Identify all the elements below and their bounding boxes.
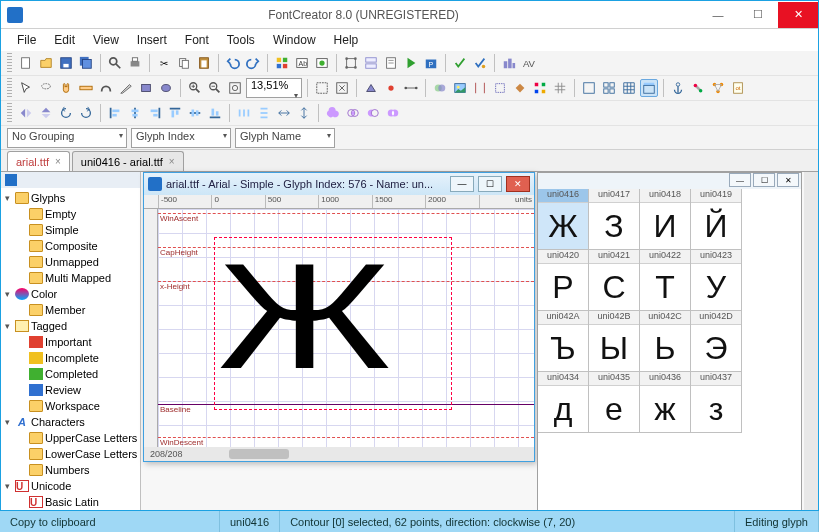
zoom-in-icon[interactable] <box>186 79 204 97</box>
metrics-icon[interactable] <box>471 79 489 97</box>
tab-close-icon[interactable]: × <box>55 156 61 167</box>
play-icon[interactable] <box>402 54 420 72</box>
bearings-icon[interactable] <box>491 79 509 97</box>
save-all-icon[interactable] <box>77 54 95 72</box>
tree-lower[interactable]: LowerCase Letters <box>1 446 140 462</box>
grid-close-icon[interactable]: ✕ <box>777 173 799 187</box>
menu-font[interactable]: Font <box>177 31 217 49</box>
autokern-icon[interactable]: AV <box>520 54 538 72</box>
maximize-button[interactable]: ☐ <box>738 2 778 28</box>
align-r-icon[interactable] <box>146 104 164 122</box>
cell-caption-icon[interactable] <box>640 79 658 97</box>
space-v-icon[interactable] <box>295 104 313 122</box>
zoom-fit-icon[interactable] <box>226 79 244 97</box>
flip-h-icon[interactable] <box>17 104 35 122</box>
tree-composite[interactable]: Composite <box>1 238 140 254</box>
glyph-cell[interactable]: uni0419Й <box>691 189 742 250</box>
glyph-cell[interactable]: uni0436ж <box>640 372 691 433</box>
open-icon[interactable] <box>37 54 55 72</box>
validate2-icon[interactable] <box>471 54 489 72</box>
menu-insert[interactable]: Insert <box>129 31 175 49</box>
filter-combo[interactable]: Glyph Name <box>235 128 335 148</box>
show-first-icon[interactable] <box>382 79 400 97</box>
sort-combo[interactable]: Glyph Index <box>131 128 231 148</box>
ruler-horizontal[interactable]: -500 0 500 1000 1500 2000 units <box>144 195 534 209</box>
show-handles-icon[interactable] <box>402 79 420 97</box>
editor-scrollbar-h[interactable]: 208/208 <box>144 447 534 461</box>
save-icon[interactable] <box>57 54 75 72</box>
glyph-cell[interactable]: uni0434д <box>538 372 589 433</box>
editor-max-icon[interactable]: ☐ <box>478 176 502 192</box>
align-b-icon[interactable] <box>206 104 224 122</box>
paste-icon[interactable] <box>195 54 213 72</box>
font-props-icon[interactable] <box>382 54 400 72</box>
close-button[interactable]: ✕ <box>778 2 818 28</box>
grid-icon[interactable] <box>551 79 569 97</box>
categories-icon[interactable] <box>273 54 291 72</box>
anchor-icon[interactable] <box>669 79 687 97</box>
link-icon[interactable] <box>689 79 707 97</box>
editor-close-icon[interactable]: ✕ <box>506 176 530 192</box>
tree-important[interactable]: Important <box>1 334 140 350</box>
align-l-icon[interactable] <box>106 104 124 122</box>
minimize-button[interactable]: — <box>698 2 738 28</box>
subtract-icon[interactable] <box>364 104 382 122</box>
print-icon[interactable] <box>126 54 144 72</box>
toolbar-grip[interactable] <box>7 103 12 123</box>
new-icon[interactable] <box>17 54 35 72</box>
contour-icon[interactable] <box>97 79 115 97</box>
menu-help[interactable]: Help <box>326 31 367 49</box>
fill-icon[interactable] <box>511 79 529 97</box>
undo-icon[interactable] <box>224 54 242 72</box>
align-m-icon[interactable] <box>186 104 204 122</box>
glyph-cell[interactable]: uni0416Ж <box>538 189 589 250</box>
colorize-icon[interactable] <box>531 79 549 97</box>
align-t-icon[interactable] <box>166 104 184 122</box>
measure-icon[interactable] <box>77 79 95 97</box>
ruler-vertical[interactable] <box>144 209 158 447</box>
exclude-icon[interactable] <box>384 104 402 122</box>
image-icon[interactable] <box>451 79 469 97</box>
pointer-icon[interactable] <box>17 79 35 97</box>
grid-min-icon[interactable]: — <box>729 173 751 187</box>
menu-window[interactable]: Window <box>265 31 324 49</box>
glyph-props-icon[interactable] <box>362 54 380 72</box>
tree-unicode[interactable]: ▾UUnicode <box>1 478 140 494</box>
flip-v-icon[interactable] <box>37 104 55 122</box>
cell-large-icon[interactable] <box>580 79 598 97</box>
lasso-icon[interactable] <box>37 79 55 97</box>
tree-workspace[interactable]: Workspace <box>1 398 140 414</box>
tree-multimapped[interactable]: Multi Mapped <box>1 270 140 286</box>
check-icon[interactable] <box>451 54 469 72</box>
tree-unmapped[interactable]: Unmapped <box>1 254 140 270</box>
tree-empty[interactable]: Empty <box>1 206 140 222</box>
fit-window-icon[interactable] <box>313 79 331 97</box>
graph-icon[interactable] <box>709 79 727 97</box>
knife-icon[interactable] <box>117 79 135 97</box>
rotate-l-icon[interactable] <box>57 104 75 122</box>
glyph-shape[interactable]: Ж <box>218 241 506 406</box>
tree-tagged[interactable]: ▾Tagged <box>1 318 140 334</box>
rotate-r-icon[interactable] <box>77 104 95 122</box>
glyph-canvas[interactable]: WinAscent CapHeight x-Height Baseline Wi… <box>158 209 534 447</box>
cell-med-icon[interactable] <box>600 79 618 97</box>
ellipse-icon[interactable] <box>157 79 175 97</box>
redo-icon[interactable] <box>244 54 262 72</box>
tab-uni0416[interactable]: uni0416 - arial.ttf × <box>72 151 184 171</box>
tab-arial[interactable]: arial.ttf × <box>7 151 70 171</box>
glyph-cell[interactable]: uni042BЫ <box>589 311 640 372</box>
glyph-cell[interactable]: uni0422Т <box>640 250 691 311</box>
distribute-v-icon[interactable] <box>255 104 273 122</box>
fit-glyph-icon[interactable] <box>333 79 351 97</box>
glyph-cell[interactable]: uni042AЪ <box>538 311 589 372</box>
tree-basic-latin[interactable]: UBasic Latin <box>1 494 140 510</box>
grouping-combo[interactable]: No Grouping <box>7 128 127 148</box>
toolbar-grip[interactable] <box>7 53 12 73</box>
rect-icon[interactable] <box>137 79 155 97</box>
glyph-cell[interactable]: uni042DЭ <box>691 311 742 372</box>
glyph-cell[interactable]: uni0417З <box>589 189 640 250</box>
tab-close-icon[interactable]: × <box>169 156 175 167</box>
glyph-cell[interactable]: uni0420Р <box>538 250 589 311</box>
glyph-cell[interactable]: uni0421С <box>589 250 640 311</box>
glyph-cell[interactable]: uni0418И <box>640 189 691 250</box>
